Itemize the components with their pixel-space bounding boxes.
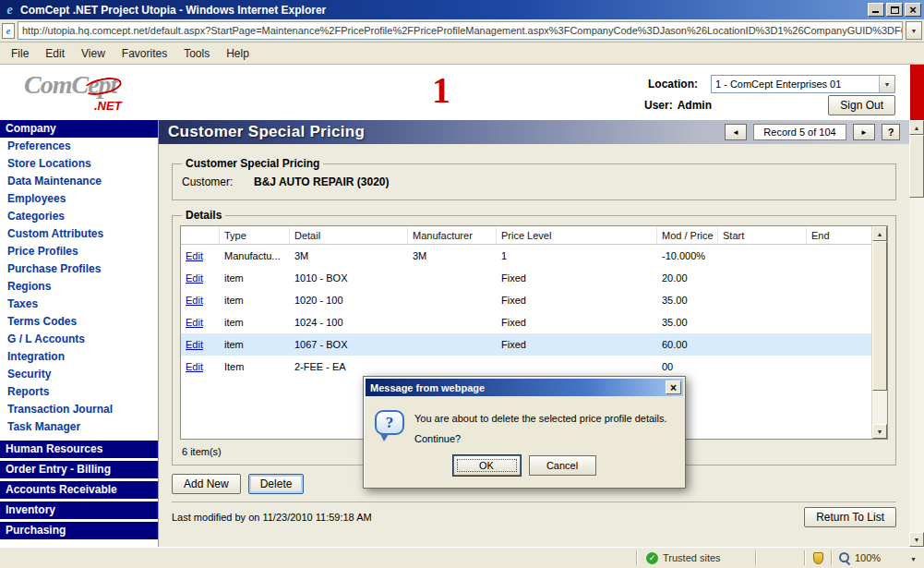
sidebar-item-employees[interactable]: Employees	[0, 190, 158, 208]
cell-type: Manufactu...	[220, 250, 290, 261]
window-titlebar[interactable]: ComCept .NET Project Utopia - Windows In…	[0, 0, 924, 19]
sidebar-section-order-entry-billing[interactable]: Order Entry - Billing	[0, 461, 158, 478]
details-fieldset-legend: Details	[182, 209, 225, 222]
menu-item-tools[interactable]: Tools	[175, 44, 218, 63]
table-scrollbar[interactable]	[871, 226, 887, 439]
ie-logo-icon	[3, 3, 17, 17]
zoom-dropdown-icon[interactable]	[910, 552, 917, 563]
page-scroll-up-button[interactable]	[909, 120, 924, 135]
menu-item-file[interactable]: File	[3, 44, 37, 63]
menu-item-edit[interactable]: Edit	[37, 44, 73, 63]
page-scroll-down-button[interactable]	[909, 532, 924, 547]
edit-link[interactable]: Edit	[186, 339, 203, 350]
sidebar-item-terms-codes[interactable]: Terms Codes	[0, 313, 158, 331]
table-row[interactable]: Edit item 1024 - 100 Fixed 35.00	[181, 311, 871, 333]
minimize-button[interactable]	[868, 3, 884, 17]
sidebar-item-gl-accounts[interactable]: G / L Accounts	[0, 331, 158, 348]
page-scroll-track[interactable]	[909, 198, 924, 532]
page-scroll-thumb[interactable]	[909, 135, 924, 198]
address-bar: http://utopia.hq.comcept.net/default.asp…	[0, 19, 924, 42]
sidebar-item-integration[interactable]: Integration	[0, 348, 158, 366]
return-to-list-button[interactable]: Return To List	[804, 507, 896, 527]
cell-mod-price: 35.00	[657, 295, 718, 306]
edit-link[interactable]: Edit	[186, 317, 203, 328]
column-header-manufacturer: Manufacturer	[408, 226, 497, 244]
location-select[interactable]: 1 - ComCept Enterprises 01	[711, 75, 895, 93]
sidebar-section-human-resources[interactable]: Human Resources	[0, 441, 158, 458]
sidebar-section-accounts-receivable[interactable]: Accounts Receivable	[0, 481, 158, 499]
sidebar-item-purchase-profiles[interactable]: Purchase Profiles	[0, 260, 158, 278]
page-icon	[2, 23, 15, 39]
customer-label: Customer:	[182, 175, 254, 188]
cell-action: Edit	[181, 295, 220, 306]
comcept-logo: ComCept .NET	[24, 70, 144, 115]
edit-link[interactable]: Edit	[186, 361, 203, 372]
user-value: Admin	[678, 99, 712, 112]
dialog-message: You are about to delete the selected pri…	[414, 410, 667, 444]
cell-action: Edit	[181, 339, 220, 350]
scroll-track[interactable]	[872, 391, 887, 424]
sidebar-section-purchasing[interactable]: Purchasing	[0, 522, 158, 539]
sidebar-item-custom-attributes[interactable]: Custom Attributes	[0, 225, 158, 243]
security-zone-panel[interactable]: Trusted sites	[637, 548, 755, 568]
dialog-close-button[interactable]	[666, 381, 681, 394]
column-header-mod-price: Mod / Price	[657, 226, 718, 244]
ok-button[interactable]: OK	[453, 455, 521, 476]
delete-button[interactable]: Delete	[248, 474, 305, 494]
edit-link[interactable]: Edit	[186, 272, 203, 284]
status-icon-panel[interactable]	[805, 548, 831, 568]
sidebar-section-company[interactable]: Company	[0, 120, 158, 138]
cell-mod-price: 60.00	[657, 339, 718, 350]
sidebar-item-taxes[interactable]: Taxes	[0, 296, 158, 313]
customer-fieldset: Customer Special Pricing Customer: B&J A…	[172, 157, 896, 200]
location-label: Location:	[648, 78, 698, 91]
column-header-start: Start	[718, 226, 807, 244]
sign-out-button[interactable]: Sign Out	[828, 95, 895, 115]
cell-mod-price: 20.00	[657, 272, 718, 284]
url-input[interactable]: http://utopia.hq.comcept.net/default.asp…	[18, 21, 903, 40]
scroll-down-button[interactable]	[872, 424, 887, 439]
sidebar-item-store-locations[interactable]: Store Locations	[0, 155, 158, 173]
cell-mod-price: -10.000%	[657, 250, 718, 261]
previous-record-button[interactable]: ◄	[725, 124, 747, 140]
add-new-button[interactable]: Add New	[172, 474, 241, 494]
menu-item-view[interactable]: View	[73, 44, 114, 63]
sidebar-section-inventory[interactable]: Inventory	[0, 502, 158, 519]
cancel-button[interactable]: Cancel	[529, 455, 596, 476]
security-zone-label: Trusted sites	[663, 552, 721, 563]
table-row[interactable]: Edit item 1010 - BOX Fixed 20.00	[181, 267, 871, 289]
edit-link[interactable]: Edit	[186, 295, 203, 306]
sidebar-item-task-manager[interactable]: Task Manager	[0, 418, 158, 436]
sidebar-item-preferences[interactable]: Preferences	[0, 138, 158, 155]
cell-detail: 1010 - BOX	[290, 272, 408, 284]
sidebar-item-categories[interactable]: Categories	[0, 208, 158, 225]
page-scrollbar[interactable]	[909, 120, 924, 547]
table-row[interactable]: Edit Manufactu... 3M 3M 1 -10.000%	[181, 245, 871, 267]
scroll-thumb[interactable]	[872, 241, 887, 391]
next-record-button[interactable]: ►	[853, 124, 875, 140]
sidebar-item-regions[interactable]: Regions	[0, 278, 158, 296]
dialog-titlebar[interactable]: Message from webpage	[366, 379, 683, 396]
url-dropdown-button[interactable]	[906, 21, 922, 40]
sidebar-item-data-maintenance[interactable]: Data Maintenance	[0, 173, 158, 190]
close-button[interactable]	[905, 3, 921, 17]
red-stripe	[910, 65, 924, 120]
table-row[interactable]: Edit item 1020 - 100 Fixed 35.00	[181, 289, 871, 311]
menu-item-favorites[interactable]: Favorites	[114, 44, 175, 63]
sidebar: Company Preferences Store Locations Data…	[0, 120, 159, 547]
menu-item-help[interactable]: Help	[218, 44, 258, 63]
table-row[interactable]: Edit Item 2-FEE - EA 00	[181, 356, 871, 378]
table-row-selected[interactable]: Edit item 1067 - BOX Fixed 60.00	[181, 333, 871, 356]
zoom-control[interactable]: 100%	[832, 548, 924, 568]
chevron-down-icon[interactable]	[879, 76, 894, 92]
scroll-up-button[interactable]	[872, 226, 887, 241]
sidebar-item-security[interactable]: Security	[0, 366, 158, 383]
sidebar-item-reports[interactable]: Reports	[0, 383, 158, 401]
edit-link[interactable]: Edit	[186, 250, 203, 261]
sidebar-item-price-profiles[interactable]: Price Profiles	[0, 243, 158, 260]
sidebar-item-transaction-journal[interactable]: Transaction Journal	[0, 401, 158, 418]
help-button[interactable]: ?	[882, 124, 900, 140]
question-balloon	[375, 410, 404, 435]
maximize-button[interactable]	[886, 3, 903, 17]
status-bar: Trusted sites 100%	[0, 547, 924, 568]
